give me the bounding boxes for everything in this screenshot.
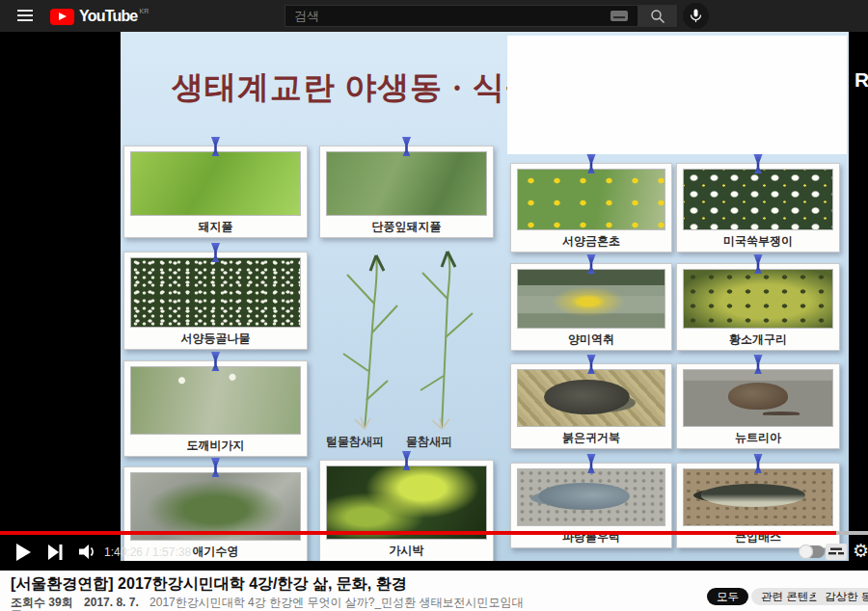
specimen-card: 돼지풀 bbox=[123, 146, 308, 238]
player-controls: 1:40:26 / 1:57:38 ⚙ bbox=[0, 537, 868, 568]
card-label: 황소개구리 bbox=[683, 329, 833, 350]
card-photo bbox=[683, 369, 833, 427]
card-label: 도깨비가지 bbox=[130, 435, 301, 456]
subtitles-button[interactable] bbox=[826, 544, 847, 560]
grass-illustration bbox=[328, 246, 487, 435]
card-label: 서양등골나물 bbox=[130, 328, 301, 349]
video-description: 2017한강시민대학 4강 한강엔 무엇이 살까?_민성환 생태보전시민모임대 bbox=[149, 596, 523, 609]
progress-fill bbox=[0, 531, 836, 535]
illustration-label: 물참새피 bbox=[391, 434, 468, 450]
card-photo bbox=[517, 169, 665, 230]
card-label: 단풍잎돼지풀 bbox=[326, 216, 487, 237]
specimen-card: 붉은귀거북 bbox=[510, 363, 672, 449]
video-player[interactable]: 생태계교란 야생동 · 식물 돼지풀 서양등골나물 도깨비가지 애기수영 단 bbox=[0, 32, 868, 571]
search-icon bbox=[650, 9, 665, 24]
slide-title: 생태계교란 야생동 · 식물 bbox=[148, 66, 562, 110]
youtube-play-icon bbox=[50, 9, 74, 25]
youtube-logo-text: YouTube bbox=[79, 8, 137, 25]
video-meta: 조회수 39회 2017. 8. 7. 2017한강시민대학 4강 한강엔 무엇… bbox=[11, 595, 523, 611]
video-description-continued: 표 bbox=[11, 606, 22, 611]
card-label: 뉴트리아 bbox=[683, 427, 833, 448]
microphone-icon bbox=[690, 9, 702, 23]
specimen-card: 도깨비가지 bbox=[123, 360, 308, 457]
specimen-card: 양미역취 bbox=[510, 263, 672, 351]
specimen-card: 뉴트리아 bbox=[676, 363, 840, 449]
overlay-letter: R bbox=[854, 68, 868, 92]
autoplay-toggle[interactable] bbox=[799, 545, 825, 558]
specimen-card: 큰입배스 bbox=[676, 463, 840, 548]
specimen-card: 서양등골나물 bbox=[123, 252, 308, 350]
card-photo bbox=[517, 269, 665, 329]
specimen-card: 단풍잎돼지풀 bbox=[319, 146, 494, 238]
card-photo bbox=[517, 468, 665, 526]
specimen-card: 파랑볼우럭 bbox=[510, 463, 672, 548]
card-photo bbox=[130, 366, 301, 435]
card-photo bbox=[683, 169, 833, 230]
card-photo bbox=[130, 257, 301, 328]
illustration-label: 털물참새피 bbox=[312, 434, 398, 450]
card-photo bbox=[326, 465, 487, 540]
volume-button[interactable] bbox=[79, 544, 98, 560]
card-photo bbox=[683, 269, 833, 329]
filter-chip-all[interactable]: 모두 bbox=[707, 588, 748, 605]
youtube-header: YouTube KR bbox=[0, 0, 868, 32]
time-display: 1:40:26 / 1:57:38 bbox=[104, 545, 191, 559]
card-label: 양미역취 bbox=[517, 329, 665, 350]
menu-icon[interactable] bbox=[17, 10, 33, 22]
card-photo bbox=[130, 151, 301, 216]
card-photo bbox=[326, 151, 487, 216]
upload-date: 2017. 8. 7. bbox=[84, 596, 139, 609]
specimen-card: 서양금혼초 bbox=[510, 163, 672, 252]
card-photo bbox=[683, 468, 833, 526]
video-frame-slide: 생태계교란 야생동 · 식물 돼지풀 서양등골나물 도깨비가지 애기수영 단 bbox=[121, 32, 849, 561]
video-title: [서울환경연합] 2017한강시민대학 4강/한강 삶, 문화, 환경 bbox=[11, 574, 407, 595]
youtube-region-label: KR bbox=[139, 8, 149, 14]
youtube-logo[interactable]: YouTube KR bbox=[50, 8, 149, 25]
card-label: 서양금혼초 bbox=[517, 230, 665, 252]
next-button[interactable] bbox=[48, 545, 63, 560]
search-bar bbox=[285, 5, 677, 27]
card-label: 미국쑥부쟁이 bbox=[683, 230, 833, 252]
play-button[interactable] bbox=[15, 544, 31, 561]
specimen-card: 황소개구리 bbox=[676, 263, 840, 351]
settings-button[interactable]: ⚙ bbox=[853, 540, 868, 562]
card-label: 붉은귀거북 bbox=[517, 427, 665, 448]
specimen-card: 미국쑥부쟁이 bbox=[676, 163, 840, 252]
card-label: 돼지풀 bbox=[130, 216, 301, 237]
search-button[interactable] bbox=[638, 5, 677, 27]
keyboard-icon[interactable] bbox=[610, 11, 628, 21]
slide-white-overlay bbox=[507, 36, 847, 154]
video-info: [서울환경연합] 2017한강시민대학 4강/한강 삶, 문화, 환경 조회수 … bbox=[0, 571, 868, 611]
voice-search-button[interactable] bbox=[683, 3, 709, 29]
filter-chip-watched[interactable]: 감상한 동영상 bbox=[815, 588, 868, 605]
card-photo bbox=[517, 369, 665, 427]
progress-bar[interactable] bbox=[0, 531, 868, 535]
search-input[interactable] bbox=[285, 5, 638, 27]
